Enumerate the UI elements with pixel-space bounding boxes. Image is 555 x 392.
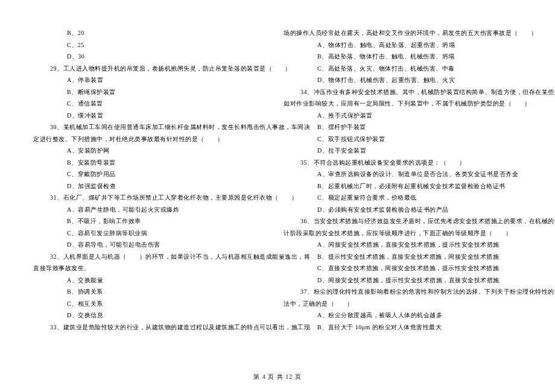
text-line: D、缓冲装置 (33, 110, 271, 122)
text-line: C、通信装置 (33, 98, 271, 110)
right-column: 场的操作人员经常处在露天，高处和交叉作业的环境中，易发生的五大伤害事故是（ ）A… (278, 27, 528, 350)
text-line: C、25 (33, 39, 271, 51)
text-line: B、20 (33, 27, 271, 39)
text-line: C、双手按钮式保护装置 (284, 133, 522, 145)
text-line: B、直径大于 10μm 的粉尘对人体危害性最大 (284, 321, 522, 334)
text-line: A、物体打击、触电、高处坠落、起重伤害、坍塌 (284, 39, 522, 51)
text-line: A、粉尘分散度越高，被吸人人体的机会越多 (284, 309, 522, 321)
text-line: A、停靠装置 (33, 74, 271, 86)
text-line: D、容易导电，可能引起电击伤害 (33, 239, 271, 251)
text-line: D、拉手安全装置 (284, 145, 522, 157)
text-line: A、交换能量 (33, 274, 271, 286)
page-body: B、20C、25D、3029、工人进入物料提升机的吊笼后，卷扬机抱闸失灵，防止吊… (0, 0, 555, 368)
text-line: C、穿戴防护用品 (33, 168, 271, 180)
text-line: B、高处坠落、物体打击、触电、机械伤害、坍塌 (284, 51, 522, 63)
text-line: D、间接安全技术措施，提示性安全技术措施，直接安全技术措施 (284, 274, 522, 286)
text-line: 计阶段采取的安全技术措施，应按等级顺序进行，下面正确的等级顺序是（ ） (284, 227, 522, 239)
text-line: 31、石化厂、煤矿井下等工作场所禁止工人穿着化纤衣物，主要原因是化纤衣物（ ） (33, 192, 271, 204)
text-line: C、额定起重量符合要求，价格最低 (284, 192, 522, 204)
text-line: 30、某机械加工车间在使用普通车床加工细长杆金属材料时，发生长料甩击伤人事故，车… (33, 121, 271, 133)
text-line: B、安装防弯装置 (33, 157, 271, 169)
text-line: A、容易产生静电，可能引起火灾或爆炸 (33, 204, 271, 216)
text-line: 34、冲压作业有多种安全技术措施。其中，机械防护装置结构简单、制造方便，但存在某… (284, 86, 522, 98)
text-line: 法中，正确的是（ ） (284, 298, 522, 310)
text-line: B、不吸汗，影响工作效率 (33, 215, 271, 227)
text-line: C、容易引发尘肺病等职业病 (33, 227, 271, 239)
text-line: B、断绳保护装置 (33, 86, 271, 98)
text-line: 37、粉尘的理化特性直接影响着粉尘的危害性和控制方法的选择。下列关于粉尘理化特性… (284, 286, 522, 298)
text-line: B、提示性安全技术措施，直接安全技术措施，间接安全技术措施 (284, 251, 522, 263)
page-footer: 第 4 页 共 12 页 (0, 373, 555, 381)
text-line: 36、当安全技术措施与经济效益发生矛盾时，应优先考虑安全技术措施上的要求，在机械… (284, 215, 522, 227)
text-line: D、物体打击、机械伤害、起重伤害、触电、火灾 (284, 74, 522, 86)
text-line: 场的操作人员经常处在露天，高处和交叉作业的环境中，易发生的五大伤害事故是（ ） (284, 27, 522, 39)
text-line: 29、工人进入物料提升机的吊笼后，卷扬机抱闸失灵，防止吊笼坠落的装置是（ ） (33, 63, 271, 75)
text-line: 33、建筑业是危险性较大的行业，从建筑物的建造过程以及建筑施工的特点可以看出，施… (33, 321, 271, 334)
text-line: B、起重机械出厂时，必须附有起重机械安全技术监督检验合格证书 (284, 180, 522, 192)
text-line: 直接导致事故发生。 (33, 262, 271, 274)
text-line: B、协调关系 (33, 286, 271, 298)
text-line: D、必须购有安全技术监督检验合格证书的产品 (284, 204, 522, 216)
text-line: C、直接安全技术措施，间接安全技术措施，提示性安全技术措施 (284, 262, 522, 274)
text-line: A、推手式保护装置 (284, 110, 522, 122)
text-line: C、相互关系 (33, 298, 271, 310)
text-line: A、安装防护网 (33, 145, 271, 157)
text-line: A、审查所选购设备的设计、制造单位是否合法、各类安全证书是否齐全 (284, 168, 522, 180)
text-line: D、交换信息 (33, 309, 271, 321)
left-column: B、20C、25D、3029、工人进入物料提升机的吊笼后，卷扬机抱闸失灵，防止吊… (27, 27, 278, 350)
text-line: D、30 (33, 51, 271, 63)
text-line: B、摆杆护手装置 (284, 121, 522, 133)
text-line: 如对作业影响较大，应用有一定局限性。下列装置中，不属于机械防护类型的是（ ） (284, 98, 522, 110)
text-line: D、加强监督检查 (33, 180, 271, 192)
text-line: C、高处坠落、火灾、物体打击、机械伤害、中毒 (284, 63, 522, 75)
text-line: 定进行整改。下列措施中，对杜绝此类事故最有针对性的是（ ） (33, 133, 271, 145)
text-line: 35、不符合选购起重机械设备安全要求的选项是：（ ） (284, 157, 522, 169)
text-line: 32、人机界面是人与机器（ ）的环节，如果设计不当，人与机器相互触造成能量逸出，… (33, 251, 271, 263)
text-line: A、间接安全技术措施，直接安全技术措施，提示性安全技术措施 (284, 239, 522, 251)
